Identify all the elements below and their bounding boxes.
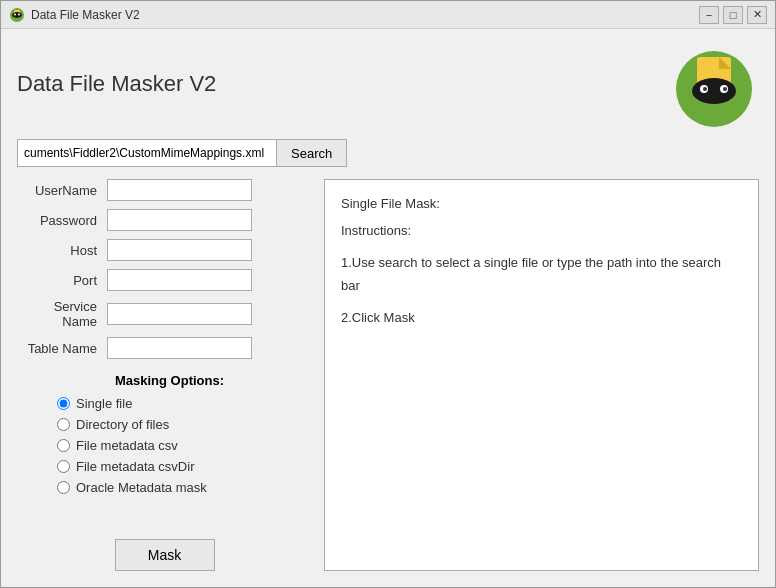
search-input[interactable] <box>17 139 277 167</box>
radio-file-metadata-csvdir[interactable]: File metadata csvDir <box>57 459 312 474</box>
input-table-name[interactable] <box>107 337 252 359</box>
label-port: Port <box>17 273 107 288</box>
radio-input-single-file[interactable] <box>57 397 70 410</box>
radio-label-directory: Directory of files <box>76 417 169 432</box>
form-row-host: Host <box>17 239 312 261</box>
radio-input-directory[interactable] <box>57 418 70 431</box>
masking-options-title: Masking Options: <box>27 373 312 388</box>
masking-options: Masking Options: Single file Directory o… <box>17 373 312 495</box>
input-port[interactable] <box>107 269 252 291</box>
app-title: Data File Masker V2 <box>17 71 216 97</box>
minimize-button[interactable]: − <box>699 6 719 24</box>
mask-btn-area: Mask <box>17 523 312 571</box>
input-password[interactable] <box>107 209 252 231</box>
label-password: Password <box>17 213 107 228</box>
form-row-table-name: Table Name <box>17 337 312 359</box>
search-bar: Search <box>17 139 759 167</box>
svg-point-4 <box>18 13 20 15</box>
radio-label-file-metadata-csv: File metadata csv <box>76 438 178 453</box>
svg-point-2 <box>12 12 22 18</box>
radio-single-file[interactable]: Single file <box>57 396 312 411</box>
content-area: Data File Masker V2 <box>1 29 775 587</box>
title-bar-app-icon <box>9 7 25 23</box>
svg-point-3 <box>14 13 16 15</box>
title-bar-buttons: − □ ✕ <box>699 6 767 24</box>
svg-point-14 <box>723 87 727 91</box>
radio-group: Single file Directory of files File meta… <box>27 396 312 495</box>
logo-svg <box>669 39 759 129</box>
title-bar: Data File Masker V2 − □ ✕ <box>1 1 775 29</box>
instructions-step-1: 1.Use search to select a single file or … <box>341 251 742 298</box>
instructions-subtitle: Instructions: <box>341 219 742 242</box>
main-area: UserName Password Host Port Service Name <box>17 179 759 571</box>
mask-button[interactable]: Mask <box>115 539 215 571</box>
form-row-service-name: Service Name <box>17 299 312 329</box>
search-button[interactable]: Search <box>277 139 347 167</box>
svg-point-13 <box>703 87 707 91</box>
radio-oracle-metadata[interactable]: Oracle Metadata mask <box>57 480 312 495</box>
label-username: UserName <box>17 183 107 198</box>
radio-label-file-metadata-csvdir: File metadata csvDir <box>76 459 194 474</box>
close-button[interactable]: ✕ <box>747 6 767 24</box>
instructions-title: Single File Mask: <box>341 192 742 215</box>
radio-input-file-metadata-csv[interactable] <box>57 439 70 452</box>
label-table-name: Table Name <box>17 341 107 356</box>
form-row-port: Port <box>17 269 312 291</box>
form-row-password: Password <box>17 209 312 231</box>
title-bar-left: Data File Masker V2 <box>9 7 140 23</box>
radio-directory[interactable]: Directory of files <box>57 417 312 432</box>
left-panel: UserName Password Host Port Service Name <box>17 179 312 571</box>
instructions-step-2: 2.Click Mask <box>341 306 742 329</box>
label-service-name: Service Name <box>17 299 107 329</box>
main-window: Data File Masker V2 − □ ✕ Data File Mask… <box>0 0 776 588</box>
label-host: Host <box>17 243 107 258</box>
maximize-button[interactable]: □ <box>723 6 743 24</box>
radio-input-file-metadata-csvdir[interactable] <box>57 460 70 473</box>
input-username[interactable] <box>107 179 252 201</box>
input-host[interactable] <box>107 239 252 261</box>
input-service-name[interactable] <box>107 303 252 325</box>
app-logo <box>669 39 759 129</box>
radio-label-oracle-metadata: Oracle Metadata mask <box>76 480 207 495</box>
right-panel: Single File Mask: Instructions: 1.Use se… <box>324 179 759 571</box>
radio-label-single-file: Single file <box>76 396 132 411</box>
svg-rect-15 <box>711 95 717 100</box>
radio-file-metadata-csv[interactable]: File metadata csv <box>57 438 312 453</box>
radio-input-oracle-metadata[interactable] <box>57 481 70 494</box>
form-row-username: UserName <box>17 179 312 201</box>
app-header: Data File Masker V2 <box>17 39 759 129</box>
title-bar-text: Data File Masker V2 <box>31 8 140 22</box>
